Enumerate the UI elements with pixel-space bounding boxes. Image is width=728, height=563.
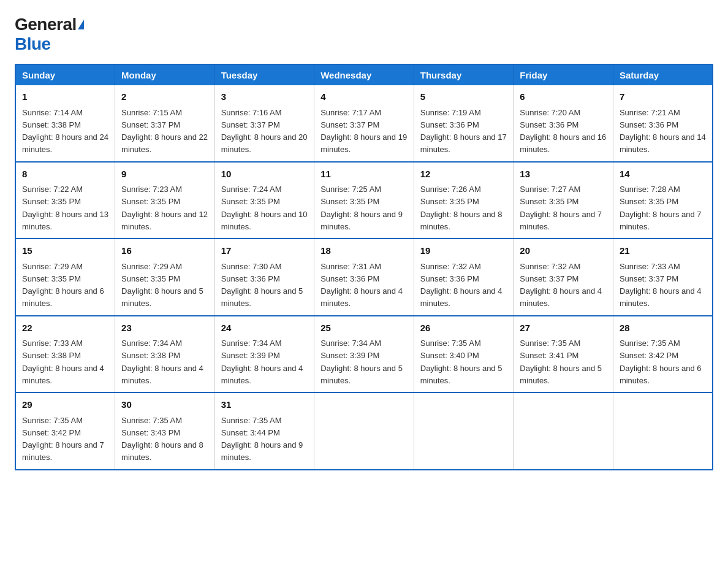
- day-number: 15: [22, 244, 108, 258]
- calendar-cell: 13 Sunrise: 7:27 AMSunset: 3:35 PMDaylig…: [514, 162, 613, 239]
- day-info: Sunrise: 7:17 AMSunset: 3:37 PMDaylight:…: [320, 108, 407, 155]
- col-saturday: Saturday: [613, 64, 713, 85]
- day-number: 12: [420, 167, 507, 182]
- calendar-cell: 23 Sunrise: 7:34 AMSunset: 3:38 PMDaylig…: [115, 316, 215, 393]
- day-info: Sunrise: 7:28 AMSunset: 3:35 PMDaylight:…: [620, 185, 702, 231]
- day-number: 14: [620, 167, 706, 182]
- day-info: Sunrise: 7:27 AMSunset: 3:35 PMDaylight:…: [520, 185, 602, 231]
- day-number: 18: [320, 244, 408, 258]
- calendar-cell: 28 Sunrise: 7:35 AMSunset: 3:42 PMDaylig…: [613, 316, 713, 393]
- day-number: 11: [320, 167, 408, 182]
- day-number: 25: [320, 321, 408, 335]
- calendar-cell: 19 Sunrise: 7:32 AMSunset: 3:36 PMDaylig…: [414, 239, 514, 316]
- calendar-cell: 2 Sunrise: 7:15 AMSunset: 3:37 PMDayligh…: [115, 85, 215, 162]
- day-info: Sunrise: 7:33 AMSunset: 3:38 PMDaylight:…: [22, 339, 104, 385]
- calendar-cell: 15 Sunrise: 7:29 AMSunset: 3:35 PMDaylig…: [15, 239, 115, 316]
- calendar-cell: 8 Sunrise: 7:22 AMSunset: 3:35 PMDayligh…: [15, 162, 115, 239]
- col-sunday: Sunday: [15, 64, 115, 85]
- calendar-cell: 10 Sunrise: 7:24 AMSunset: 3:35 PMDaylig…: [214, 162, 314, 239]
- day-info: Sunrise: 7:25 AMSunset: 3:35 PMDaylight:…: [320, 185, 403, 231]
- calendar-cell: [613, 393, 713, 470]
- day-number: 26: [420, 321, 507, 335]
- day-info: Sunrise: 7:35 AMSunset: 3:42 PMDaylight:…: [22, 416, 104, 462]
- day-number: 1: [22, 90, 108, 104]
- calendar-cell: 1 Sunrise: 7:14 AMSunset: 3:38 PMDayligh…: [15, 85, 115, 162]
- day-number: 30: [121, 398, 208, 412]
- day-number: 10: [221, 167, 308, 182]
- day-info: Sunrise: 7:35 AMSunset: 3:44 PMDaylight:…: [221, 416, 303, 462]
- col-thursday: Thursday: [414, 64, 514, 85]
- day-number: 4: [320, 90, 408, 104]
- calendar-cell: 4 Sunrise: 7:17 AMSunset: 3:37 PMDayligh…: [314, 85, 414, 162]
- day-info: Sunrise: 7:19 AMSunset: 3:36 PMDaylight:…: [420, 108, 507, 155]
- calendar-cell: 17 Sunrise: 7:30 AMSunset: 3:36 PMDaylig…: [214, 239, 314, 316]
- col-friday: Friday: [514, 64, 613, 85]
- day-number: 16: [121, 244, 208, 258]
- day-info: Sunrise: 7:35 AMSunset: 3:40 PMDaylight:…: [420, 339, 502, 385]
- day-info: Sunrise: 7:16 AMSunset: 3:37 PMDaylight:…: [221, 108, 308, 155]
- week-row-2: 8 Sunrise: 7:22 AMSunset: 3:35 PMDayligh…: [15, 162, 713, 239]
- day-info: Sunrise: 7:34 AMSunset: 3:38 PMDaylight:…: [121, 339, 203, 385]
- logo-blue-text: Blue: [15, 34, 51, 53]
- logo-general-text: General: [15, 15, 77, 34]
- day-number: 19: [420, 244, 507, 258]
- day-number: 28: [620, 321, 706, 335]
- logo: General Blue: [15, 15, 84, 54]
- day-info: Sunrise: 7:24 AMSunset: 3:35 PMDaylight:…: [221, 185, 308, 231]
- day-info: Sunrise: 7:29 AMSunset: 3:35 PMDaylight:…: [22, 262, 104, 308]
- calendar-cell: [314, 393, 414, 470]
- day-number: 21: [620, 244, 706, 258]
- day-info: Sunrise: 7:33 AMSunset: 3:37 PMDaylight:…: [620, 262, 702, 308]
- day-number: 5: [420, 90, 507, 104]
- calendar-cell: 31 Sunrise: 7:35 AMSunset: 3:44 PMDaylig…: [214, 393, 314, 470]
- day-number: 22: [22, 321, 108, 335]
- calendar-cell: 21 Sunrise: 7:33 AMSunset: 3:37 PMDaylig…: [613, 239, 713, 316]
- day-number: 31: [221, 398, 308, 412]
- calendar-table: Sunday Monday Tuesday Wednesday Thursday…: [15, 64, 713, 470]
- day-number: 27: [520, 321, 607, 335]
- calendar-cell: 6 Sunrise: 7:20 AMSunset: 3:36 PMDayligh…: [514, 85, 613, 162]
- day-info: Sunrise: 7:34 AMSunset: 3:39 PMDaylight:…: [221, 339, 303, 385]
- day-info: Sunrise: 7:35 AMSunset: 3:42 PMDaylight:…: [620, 339, 702, 385]
- page-header: General Blue: [15, 15, 713, 54]
- day-info: Sunrise: 7:35 AMSunset: 3:41 PMDaylight:…: [520, 339, 602, 385]
- day-number: 29: [22, 398, 108, 412]
- day-number: 8: [22, 167, 108, 182]
- day-info: Sunrise: 7:29 AMSunset: 3:35 PMDaylight:…: [121, 262, 203, 308]
- logo-triangle-icon: [78, 20, 84, 29]
- calendar-cell: 30 Sunrise: 7:35 AMSunset: 3:43 PMDaylig…: [115, 393, 215, 470]
- week-row-1: 1 Sunrise: 7:14 AMSunset: 3:38 PMDayligh…: [15, 85, 713, 162]
- day-info: Sunrise: 7:26 AMSunset: 3:35 PMDaylight:…: [420, 185, 502, 231]
- day-number: 7: [620, 90, 706, 104]
- calendar-cell: 29 Sunrise: 7:35 AMSunset: 3:42 PMDaylig…: [15, 393, 115, 470]
- day-info: Sunrise: 7:23 AMSunset: 3:35 PMDaylight:…: [121, 185, 208, 231]
- calendar-header-row: Sunday Monday Tuesday Wednesday Thursday…: [15, 64, 713, 85]
- week-row-3: 15 Sunrise: 7:29 AMSunset: 3:35 PMDaylig…: [15, 239, 713, 316]
- day-number: 6: [520, 90, 607, 104]
- calendar-cell: 3 Sunrise: 7:16 AMSunset: 3:37 PMDayligh…: [214, 85, 314, 162]
- day-info: Sunrise: 7:31 AMSunset: 3:36 PMDaylight:…: [320, 262, 403, 308]
- day-number: 3: [221, 90, 308, 104]
- day-number: 20: [520, 244, 607, 258]
- day-number: 13: [520, 167, 607, 182]
- calendar-cell: 22 Sunrise: 7:33 AMSunset: 3:38 PMDaylig…: [15, 316, 115, 393]
- calendar-cell: 12 Sunrise: 7:26 AMSunset: 3:35 PMDaylig…: [414, 162, 514, 239]
- calendar-cell: 20 Sunrise: 7:32 AMSunset: 3:37 PMDaylig…: [514, 239, 613, 316]
- day-info: Sunrise: 7:30 AMSunset: 3:36 PMDaylight:…: [221, 262, 303, 308]
- day-number: 17: [221, 244, 308, 258]
- col-monday: Monday: [115, 64, 215, 85]
- calendar-cell: 16 Sunrise: 7:29 AMSunset: 3:35 PMDaylig…: [115, 239, 215, 316]
- week-row-5: 29 Sunrise: 7:35 AMSunset: 3:42 PMDaylig…: [15, 393, 713, 470]
- day-info: Sunrise: 7:15 AMSunset: 3:37 PMDaylight:…: [121, 108, 208, 155]
- calendar-cell: [414, 393, 514, 470]
- calendar-cell: [514, 393, 613, 470]
- day-info: Sunrise: 7:35 AMSunset: 3:43 PMDaylight:…: [121, 416, 203, 462]
- day-number: 9: [121, 167, 208, 182]
- week-row-4: 22 Sunrise: 7:33 AMSunset: 3:38 PMDaylig…: [15, 316, 713, 393]
- calendar-cell: 25 Sunrise: 7:34 AMSunset: 3:39 PMDaylig…: [314, 316, 414, 393]
- calendar-cell: 18 Sunrise: 7:31 AMSunset: 3:36 PMDaylig…: [314, 239, 414, 316]
- day-info: Sunrise: 7:32 AMSunset: 3:37 PMDaylight:…: [520, 262, 602, 308]
- day-info: Sunrise: 7:32 AMSunset: 3:36 PMDaylight:…: [420, 262, 502, 308]
- calendar-cell: 26 Sunrise: 7:35 AMSunset: 3:40 PMDaylig…: [414, 316, 514, 393]
- col-tuesday: Tuesday: [214, 64, 314, 85]
